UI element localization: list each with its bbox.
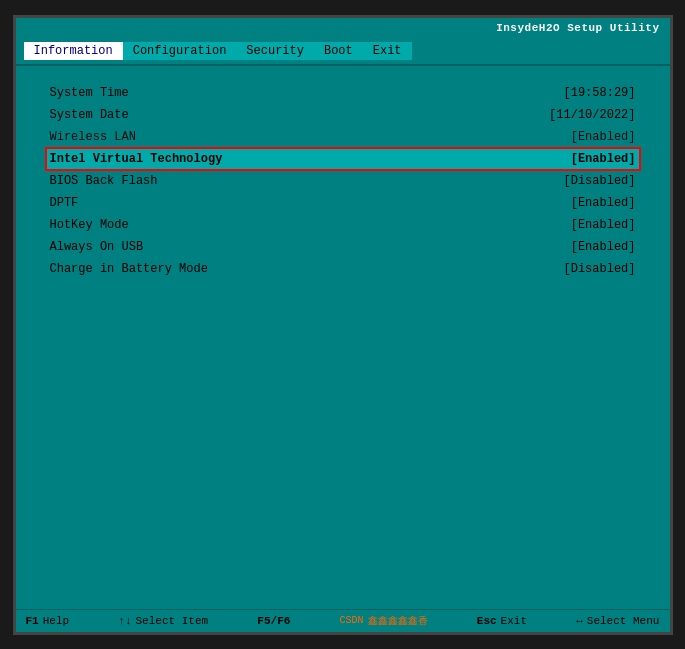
label-select-menu: Select Menu <box>587 615 660 627</box>
row-wireless-lan[interactable]: Wireless LAN [Enabled] <box>46 126 640 148</box>
label-esc-exit: Exit <box>501 615 527 627</box>
menu-divider <box>16 64 670 66</box>
bios-screen: InsydeH2O Setup Utility Information Conf… <box>16 18 670 632</box>
key-csdn: CSDN <box>340 615 364 626</box>
key-f1: F1 <box>26 615 39 627</box>
label-hotkey-mode: HotKey Mode <box>50 218 129 232</box>
key-f5f6: F5/F6 <box>257 615 290 627</box>
value-always-on-usb: [Enabled] <box>571 240 636 254</box>
row-dptf[interactable]: DPTF [Enabled] <box>46 192 640 214</box>
label-csdn: 鑫鑫鑫鑫鑫香 <box>368 614 428 628</box>
main-content: System Time [19:58:29] System Date [11/1… <box>16 72 670 609</box>
value-charge-battery-mode: [Disabled] <box>563 262 635 276</box>
label-select-item: Select Item <box>136 615 209 627</box>
status-help: F1 Help <box>26 615 70 627</box>
label-charge-battery-mode: Charge in Battery Mode <box>50 262 208 276</box>
label-system-date: System Date <box>50 108 129 122</box>
status-f5f6: F5/F6 <box>257 615 290 627</box>
menu-item-boot[interactable]: Boot <box>314 42 363 60</box>
status-csdn: CSDN 鑫鑫鑫鑫鑫香 <box>340 614 428 628</box>
label-dptf: DPTF <box>50 196 79 210</box>
row-intel-vt[interactable]: Intel Virtual Technology [Enabled] <box>46 148 640 170</box>
status-esc-exit: Esc Exit <box>477 615 527 627</box>
menu-item-exit[interactable]: Exit <box>363 42 412 60</box>
label-always-on-usb: Always On USB <box>50 240 144 254</box>
bios-outer-frame: InsydeH2O Setup Utility Information Conf… <box>13 15 673 635</box>
value-dptf: [Enabled] <box>571 196 636 210</box>
menu-item-information[interactable]: Information <box>24 42 123 60</box>
row-bios-back-flash[interactable]: BIOS Back Flash [Disabled] <box>46 170 640 192</box>
row-always-on-usb[interactable]: Always On USB [Enabled] <box>46 236 640 258</box>
menu-item-security[interactable]: Security <box>236 42 314 60</box>
status-select-item: ↑↓ Select Item <box>118 615 208 627</box>
menu-item-configuration[interactable]: Configuration <box>123 42 237 60</box>
value-system-time: [19:58:29] <box>563 86 635 100</box>
label-intel-vt: Intel Virtual Technology <box>50 152 223 166</box>
row-hotkey-mode[interactable]: HotKey Mode [Enabled] <box>46 214 640 236</box>
label-bios-back-flash: BIOS Back Flash <box>50 174 158 188</box>
status-bar: F1 Help ↑↓ Select Item F5/F6 CSDN 鑫鑫鑫鑫鑫香… <box>16 609 670 632</box>
key-esc: Esc <box>477 615 497 627</box>
value-intel-vt: [Enabled] <box>571 152 636 166</box>
utility-title: InsydeH2O Setup Utility <box>496 22 659 34</box>
label-wireless-lan: Wireless LAN <box>50 130 136 144</box>
row-charge-battery-mode[interactable]: Charge in Battery Mode [Disabled] <box>46 258 640 280</box>
row-system-date[interactable]: System Date [11/10/2022] <box>46 104 640 126</box>
key-updown: ↑↓ <box>118 615 131 627</box>
key-lr: ↔ <box>576 615 583 627</box>
label-system-time: System Time <box>50 86 129 100</box>
status-select-menu: ↔ Select Menu <box>576 615 659 627</box>
value-wireless-lan: [Enabled] <box>571 130 636 144</box>
value-system-date: [11/10/2022] <box>549 108 635 122</box>
value-bios-back-flash: [Disabled] <box>563 174 635 188</box>
row-system-time[interactable]: System Time [19:58:29] <box>46 82 640 104</box>
label-help: Help <box>43 615 69 627</box>
menu-bar: Information Configuration Security Boot … <box>16 38 670 64</box>
value-hotkey-mode: [Enabled] <box>571 218 636 232</box>
